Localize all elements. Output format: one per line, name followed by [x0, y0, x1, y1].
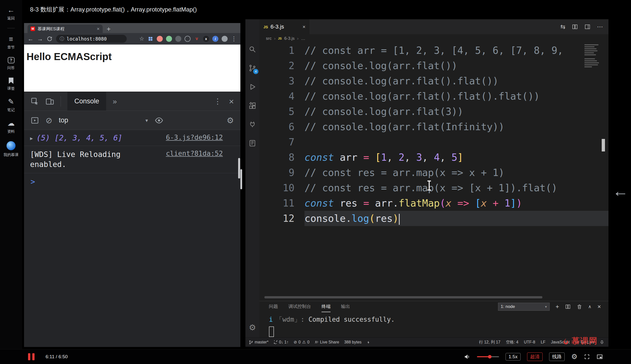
code-line[interactable]: 5// console.log(arr.flat(3)): [259, 104, 608, 119]
panel-tab-output[interactable]: 输出: [341, 301, 350, 312]
miniplayer-icon[interactable]: [596, 353, 603, 360]
code-line[interactable]: 10// const res = arr.map(x => [x + 1]).f…: [259, 180, 608, 196]
address-bar[interactable]: ⓘ localhost:8080: [56, 35, 127, 43]
panel-tab-debug-console[interactable]: 调试控制台: [288, 301, 311, 312]
split-terminal-icon[interactable]: [565, 304, 571, 309]
browser-menu-icon[interactable]: ⋮: [231, 36, 237, 42]
extension-icon[interactable]: [166, 36, 172, 42]
compare-icon[interactable]: ⇆: [560, 23, 565, 30]
zap-indicator[interactable]: [367, 340, 370, 344]
code-line[interactable]: 11const res = arr.flatMap(x => [x + 1]): [259, 196, 608, 211]
console-sidebar-icon[interactable]: [31, 116, 39, 125]
code-line[interactable]: 6// console.log(arr.flat(Infinity)): [259, 119, 608, 134]
code-line[interactable]: 7: [259, 134, 608, 150]
extension-icon[interactable]: [147, 36, 153, 42]
maximize-panel-icon[interactable]: ∧: [588, 304, 591, 309]
site-info-icon[interactable]: ⓘ: [60, 36, 64, 42]
terminal-cursor[interactable]: [269, 326, 274, 337]
extension-icon[interactable]: i: [212, 36, 218, 42]
sidebar-item-chapters[interactable]: ≡ 章节: [7, 36, 15, 50]
go-live-button[interactable]: Go Live: [575, 340, 594, 344]
breadcrumb-root[interactable]: src: [266, 36, 272, 41]
layout-icon[interactable]: [584, 24, 590, 30]
panel-tab-terminal[interactable]: 终端: [322, 301, 331, 312]
editor-hscrollbar[interactable]: [264, 296, 542, 298]
encoding-indicator[interactable]: UTF-8: [524, 340, 535, 344]
sidebar-item-back[interactable]: ← 返回: [7, 7, 15, 21]
volume-icon[interactable]: [464, 353, 470, 360]
pause-button[interactable]: [28, 353, 35, 360]
devtools-close-icon[interactable]: ×: [229, 97, 234, 106]
quality-button[interactable]: 超清: [527, 352, 543, 361]
problems-indicator[interactable]: ⊘ 0 ⚠ 0: [293, 340, 309, 344]
browser-refresh-button[interactable]: [47, 36, 53, 42]
inspect-element-icon[interactable]: [31, 97, 39, 106]
code-line[interactable]: 3// console.log(arr.flat().flat()): [259, 73, 608, 89]
browser-forward-button[interactable]: →: [37, 36, 43, 42]
extensions-icon[interactable]: [247, 100, 258, 111]
cursor-position[interactable]: 行 12, 列 17: [479, 340, 500, 345]
notebook-icon[interactable]: [247, 138, 258, 149]
code-line[interactable]: 12console.log(res): [259, 211, 608, 226]
extension-icon[interactable]: V: [194, 36, 200, 42]
browser-back-button[interactable]: ←: [28, 36, 34, 42]
minimap[interactable]: [584, 44, 599, 68]
array-preview[interactable]: (5) [2, 3, 4, 5, 6]: [36, 133, 122, 142]
overlay-back-arrow[interactable]: ←: [612, 183, 628, 199]
breadcrumb-file[interactable]: 6-3.js: [284, 36, 295, 41]
run-debug-icon[interactable]: [247, 81, 258, 92]
indent-indicator[interactable]: 空格: 4: [506, 340, 518, 345]
code-line[interactable]: 4// console.log(arr.flat().flat().flat()…: [259, 89, 608, 104]
code-line[interactable]: 1// const arr = [1, 2, 3, [4, 5, 6, [7, …: [259, 43, 608, 58]
sidebar-item-notes[interactable]: ✎ 笔记: [7, 98, 15, 112]
gear-icon[interactable]: ⚙: [227, 116, 234, 124]
extension-icon[interactable]: x: [203, 36, 209, 42]
live-share-button[interactable]: Live Share: [314, 340, 339, 344]
code-editor[interactable]: 1// const arr = [1, 2, 3, [4, 5, 6, [7, …: [259, 43, 608, 301]
close-panel-icon[interactable]: ×: [597, 304, 601, 310]
sidebar-item-my-imooc[interactable]: 我的慕课: [4, 141, 19, 157]
notifications-bell[interactable]: [600, 340, 604, 344]
split-editor-icon[interactable]: [572, 24, 578, 30]
expand-triangle-icon[interactable]: ▶: [30, 133, 33, 141]
extension-icon[interactable]: [175, 36, 181, 42]
search-icon[interactable]: [247, 44, 258, 55]
new-terminal-icon[interactable]: +: [556, 304, 559, 310]
player-settings-icon[interactable]: ⚙: [571, 353, 577, 360]
language-indicator[interactable]: JavaScript: [551, 340, 570, 344]
source-link[interactable]: 6-3.js?de96:12: [166, 133, 223, 141]
code-line[interactable]: 2// console.log(arr.flat()): [259, 58, 608, 73]
javascript-context-select[interactable]: top ▾: [59, 116, 148, 124]
devtools-tab-console[interactable]: Console: [67, 92, 106, 111]
bookmark-star-icon[interactable]: ☆: [139, 36, 144, 42]
new-tab-button[interactable]: +: [107, 26, 111, 33]
breadcrumb-more[interactable]: …: [301, 36, 305, 41]
chrome-tab[interactable]: M 慕课网ES课程 ×: [28, 25, 103, 33]
sidebar-item-bookmark[interactable]: 课签: [7, 78, 15, 91]
branch-indicator[interactable]: master*: [249, 340, 268, 344]
more-tabs-icon[interactable]: »: [113, 98, 117, 105]
extension-icon[interactable]: [185, 36, 191, 42]
console-prompt[interactable]: >: [24, 173, 240, 186]
speed-button[interactable]: 1.5x: [506, 353, 521, 360]
trash-icon[interactable]: [577, 304, 582, 309]
more-actions-icon[interactable]: ⋯: [597, 23, 603, 30]
volume-knob[interactable]: [488, 355, 492, 358]
eye-icon[interactable]: [154, 116, 164, 125]
code-line[interactable]: 8const arr = [1, 2, 3, 4, 5]: [259, 150, 608, 165]
fullscreen-icon[interactable]: [584, 354, 590, 360]
profile-avatar[interactable]: [222, 36, 228, 42]
sidebar-item-qa[interactable]: ? 问答: [7, 57, 15, 70]
editor-scrollbar-thumb[interactable]: [602, 139, 605, 151]
sync-indicator[interactable]: 0↓ 1↑: [273, 340, 288, 344]
code-line[interactable]: 9// const res = arr.map(x => x + 1): [259, 165, 608, 180]
source-link[interactable]: client?81da:52: [166, 149, 223, 157]
sidebar-item-materials[interactable]: ☁ 资料: [7, 120, 15, 134]
editor-tab-active[interactable]: JS 6-3.js ×: [259, 19, 309, 34]
device-toolbar-icon[interactable]: [46, 97, 54, 106]
volume-slider[interactable]: [477, 356, 499, 357]
route-button[interactable]: 线路: [549, 352, 565, 361]
breadcrumb[interactable]: src › JS 6-3.js › …: [259, 34, 608, 43]
clear-console-icon[interactable]: ⊘: [46, 116, 52, 124]
remote-explorer-icon[interactable]: [247, 119, 258, 130]
